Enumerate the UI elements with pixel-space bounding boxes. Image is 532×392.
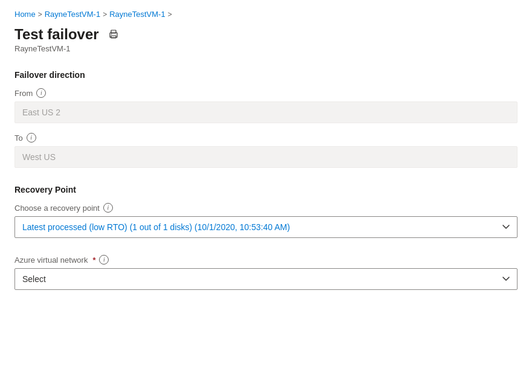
choose-recovery-info-icon[interactable]: i [103,203,113,213]
recovery-point-section: Recovery Point Choose a recovery point i… [14,185,518,238]
recovery-point-field-group: Choose a recovery point i Latest process… [14,203,518,238]
breadcrumb-separator-3: > [168,10,172,19]
to-field-group: To i West US [14,133,518,168]
to-info-icon[interactable]: i [27,133,36,143]
failover-direction-section: Failover direction From i East US 2 To i… [14,70,518,168]
to-label-row: To i [14,133,518,143]
failover-direction-title: Failover direction [14,70,518,80]
breadcrumb-vm-1[interactable]: RayneTestVM-1 [45,10,100,19]
azure-network-label-row: Azure virtual network * i [14,255,518,265]
from-label: From [14,89,33,98]
print-button[interactable] [105,26,122,43]
choose-recovery-label-row: Choose a recovery point i [14,203,518,213]
page-subtitle: RayneTestVM-1 [14,44,518,53]
recovery-point-title: Recovery Point [14,185,518,194]
svg-rect-2 [111,36,116,38]
print-icon [108,29,119,40]
svg-point-3 [111,34,112,35]
breadcrumb-separator-1: > [38,10,42,19]
azure-network-section: Azure virtual network * i Select [14,255,518,290]
azure-network-required: * [92,255,95,265]
breadcrumb-separator-2: > [103,10,107,19]
azure-network-info-icon[interactable]: i [99,255,109,265]
recovery-point-value: Latest processed (low RTO) (1 out of 1 d… [22,222,290,232]
recovery-point-dropdown[interactable]: Latest processed (low RTO) (1 out of 1 d… [14,216,518,238]
from-info-icon[interactable]: i [36,88,46,98]
to-value-field: West US [14,146,518,168]
azure-network-placeholder: Select [22,274,46,284]
breadcrumb-home[interactable]: Home [14,10,36,19]
from-label-row: From i [14,88,518,98]
azure-network-dropdown[interactable]: Select [14,268,518,290]
breadcrumb: Home > RayneTestVM-1 > RayneTestVM-1 > [14,10,518,19]
choose-recovery-label: Choose a recovery point [14,204,100,213]
recovery-point-chevron-icon [502,223,510,231]
azure-network-chevron-icon [502,275,510,283]
azure-network-field-group: Azure virtual network * i Select [14,255,518,290]
breadcrumb-vm-2[interactable]: RayneTestVM-1 [109,10,165,19]
page-title: Test failover [14,26,99,43]
to-label: To [14,133,23,143]
from-value-field: East US 2 [14,101,518,123]
from-field-group: From i East US 2 [14,88,518,123]
page-header: Test failover [14,26,518,43]
azure-network-label: Azure virtual network [14,255,88,265]
